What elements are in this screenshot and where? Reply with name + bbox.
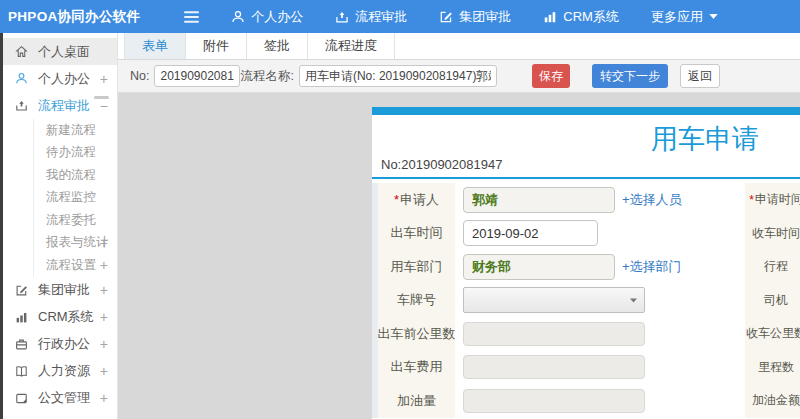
sidebar-item-label: 人力资源 [38,362,90,380]
right-field-label-text: 加油金额 [752,392,800,409]
select-dropdown[interactable] [463,287,645,313]
forward-next-step-button[interactable]: 转交下一步 [592,64,668,88]
sidebar-item-label: 个人办公 [38,70,90,88]
nav-item-1[interactable]: 个人办公 [231,8,303,26]
right-field-label: 里程数 [745,351,800,385]
expand-plus-icon[interactable]: + [100,283,108,297]
content-area: 用车申请 No:20190902081947 *申请人+选择人员*申请时间出车时… [118,93,800,419]
home-icon [15,45,30,58]
hamburger-icon[interactable] [184,11,199,23]
sidebar-item-label: 流程审批 [38,97,90,115]
sidebar-item-14[interactable]: 人力资源+ [0,358,117,385]
sidebar-item-9[interactable]: 报表与统计+ [33,232,117,255]
nav-item-label: 流程审批 [355,8,407,26]
field-label: 车牌号 [372,284,455,318]
process-toolbar: No: 流程名称: 保存 转交下一步 返回 [118,60,800,93]
right-field-label-text: 申请时间 [755,191,800,208]
required-mark: * [394,192,399,207]
expand-plus-icon[interactable]: + [100,72,108,86]
expand-plus-icon[interactable]: + [100,391,108,405]
share-icon [15,99,30,112]
form-row-6: 出车费用里程数 [372,351,800,385]
sidebar-item-6[interactable]: 我的流程 [33,164,117,187]
right-field-label-text: 行程 [764,258,788,275]
field-cell: +选择人员 [455,183,745,217]
nav-item-3[interactable]: 集团审批 [439,8,511,26]
expand-plus-icon[interactable]: + [100,310,108,324]
nav-item-label: 更多应用 [651,8,703,26]
sidebar-item-4[interactable]: 新建流程 [33,119,117,142]
field-label: 加油量 [372,384,455,418]
chart-icon [543,10,557,24]
right-field-label-text: 里程数 [758,359,794,376]
user-icon [231,10,245,24]
readonly-text-input[interactable] [463,254,615,280]
picker-link[interactable]: +选择人员 [622,191,682,209]
main-area: 表单附件签批流程进度 No: 流程名称: 保存 转交下一步 返回 用车申请 No… [118,33,800,419]
sidebar-item-5[interactable]: 待办流程 [33,142,117,165]
sidebar-item-15[interactable]: 公文管理+ [0,385,117,412]
sidebar-item-7[interactable]: 流程监控 [33,187,117,210]
process-name-input[interactable] [299,65,497,87]
text-input[interactable] [463,220,598,246]
sidebar-item-label: 行政办公 [38,335,90,353]
picker-link[interactable]: +选择部门 [622,258,682,276]
field-cell [455,217,745,251]
form-row-4: 车牌号司机 [372,284,800,318]
sidebar-item-8[interactable]: 流程委托 [33,209,117,232]
nav-item-2[interactable]: 流程审批 [335,8,407,26]
readonly-text-input[interactable] [463,187,615,213]
sidebar-item-2[interactable]: 个人办公+ [0,65,117,92]
sidebar-item-label: 我的流程 [46,167,96,184]
form-row-5: 出车前公里数收车公里数 [372,317,800,351]
right-field-label: 行程 [745,250,800,284]
empty-input[interactable] [463,355,645,379]
expand-plus-icon[interactable]: + [100,337,108,351]
field-label-text: 用车部门 [391,258,443,276]
form-accent-bar [372,107,800,115]
tab-4[interactable]: 流程进度 [308,33,395,59]
user-icon [15,72,30,85]
empty-input[interactable] [463,389,645,413]
nav-item-4[interactable]: CRM系统 [543,8,619,26]
right-field-label: 加油金额 [745,384,800,418]
form-divider [372,177,800,179]
field-label-text: 申请人 [400,191,439,209]
sidebar-item-13[interactable]: 行政办公+ [0,331,117,358]
sidebar-item-label: 流程监控 [46,189,96,206]
tab-3[interactable]: 签批 [247,33,308,59]
no-label: No: [130,69,149,83]
expand-plus-icon[interactable]: + [100,258,108,272]
right-field-label: 收车公里数 [745,317,800,351]
expand-plus-icon[interactable]: + [100,364,108,378]
sidebar-scrollbar-thumb[interactable] [94,96,109,99]
empty-input[interactable] [463,322,645,346]
field-label: *申请人 [372,183,455,217]
share-icon [335,10,349,24]
required-mark: * [749,193,754,207]
expand-plus-icon[interactable]: + [100,236,108,250]
nav-item-5[interactable]: 更多应用 [651,8,724,26]
tab-1[interactable]: 表单 [124,33,186,59]
right-field-label-text: 收车时间 [752,225,800,242]
sidebar-item-11[interactable]: 集团审批+ [0,277,117,304]
process-no-input[interactable] [154,65,240,87]
sidebar-item-label: 个人桌面 [38,43,90,61]
form-row-7: 加油量加油金额 [372,384,800,418]
sidebar-item-label: 新建流程 [46,122,96,139]
sidebar-item-12[interactable]: CRM系统+ [0,304,117,331]
nav-item-label: 集团审批 [459,8,511,26]
field-label-text: 加油量 [397,392,436,410]
sidebar: 个人桌面个人办公+流程审批−新建流程待办流程我的流程流程监控流程委托报表与统计+… [0,33,118,419]
sidebar-item-10[interactable]: 流程设置+ [33,254,117,277]
vehicle-request-form: 用车申请 No:20190902081947 *申请人+选择人员*申请时间出车时… [372,107,800,419]
top-navbar: PHPOA协同办公软件 个人办公流程审批集团审批CRM系统更多应用 [0,0,800,33]
collapse-minus-icon[interactable]: − [100,99,108,113]
sidebar-item-1[interactable]: 个人桌面 [0,38,117,65]
field-label: 出车时间 [372,217,455,251]
save-button[interactable]: 保存 [532,64,570,88]
back-button[interactable]: 返回 [680,64,720,88]
caret-down-icon [709,14,718,19]
field-label-text: 出车时间 [391,224,443,242]
tab-2[interactable]: 附件 [186,33,247,59]
